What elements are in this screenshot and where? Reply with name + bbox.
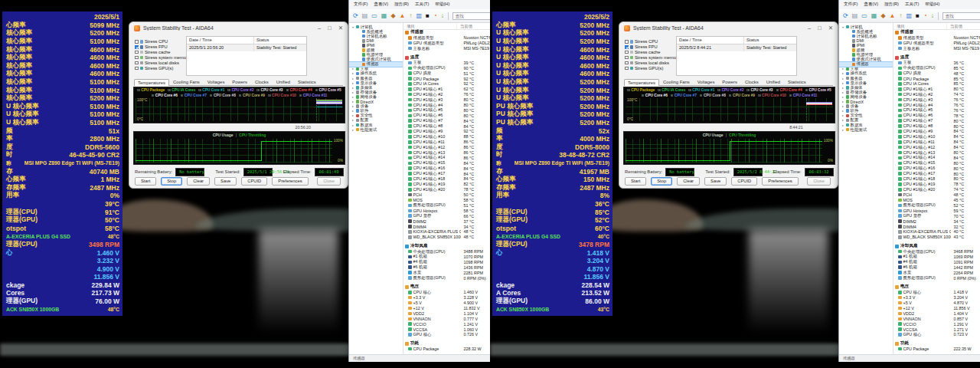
legend-item[interactable]: CPU Core #8: [210, 94, 236, 97]
sensor-row[interactable]: CPU #1/核心 #13 80 °C: [893, 150, 980, 156]
legend-checkbox[interactable]: [729, 94, 732, 97]
sensor-row[interactable]: CPU #1/核心 #5 80 °C: [403, 107, 490, 113]
button[interactable]: Stop: [161, 177, 182, 186]
sensor-row[interactable]: +3.3 V 3.228 V: [403, 295, 490, 301]
stress-checkbox-row[interactable]: Stress cache: [625, 50, 675, 55]
menu-item[interactable]: 报告(R): [394, 2, 409, 8]
sensor-row[interactable]: GPU 显存 66 °C: [403, 213, 490, 219]
legend-checkbox[interactable]: [299, 94, 302, 97]
column-status[interactable]: Status: [744, 37, 796, 44]
button[interactable]: Preferences: [272, 177, 308, 186]
checkbox[interactable]: [135, 40, 139, 44]
checkbox[interactable]: [135, 61, 139, 65]
sensor-row[interactable]: CPU Package 222.35 W: [893, 347, 980, 352]
button[interactable]: Clear: [677, 177, 700, 186]
legend-item[interactable]: CPU Core #6: [642, 94, 668, 97]
tree-expander-icon[interactable]: ▸: [841, 77, 844, 80]
sensor-row[interactable]: CPU #1/核心 #1 80 °C: [893, 87, 980, 92]
column-date-time[interactable]: Date / Time: [187, 37, 254, 44]
minimize-icon[interactable]: –: [318, 25, 321, 31]
sensor-row[interactable]: 水泵 2264 RPM: [893, 270, 980, 275]
sensor-row[interactable]: 中央处理器(CPU) 3468 RPM: [893, 249, 980, 255]
sensor-row[interactable]: CPU #1/核心 #10 84 °C: [893, 134, 980, 140]
chart-icon[interactable]: ▥: [906, 13, 912, 19]
button[interactable]: Close: [317, 177, 341, 186]
sensor-row[interactable]: VCCIO 1.241 V: [403, 321, 490, 327]
sensor-row[interactable]: CPU #1/核心 #5 76 °C: [893, 107, 980, 113]
sensor-row[interactable]: CPU #1/核心 #18 80 °C: [893, 176, 980, 182]
checkbox[interactable]: [625, 40, 629, 44]
sensor-row[interactable]: WD_BLACK SN850X 1000GB 48 °C: [403, 235, 490, 240]
tab[interactable]: Statistics: [784, 78, 810, 86]
sensor-row[interactable]: CPU #1/核心 #10 88 °C: [403, 134, 490, 140]
legend-checkbox[interactable]: [717, 89, 720, 92]
titlebar[interactable]: System Stability Test - AIDA64 – □ ✕: [129, 22, 348, 34]
legend-checkbox[interactable]: [256, 89, 260, 92]
sensor-row[interactable]: #4 机箱 1091 RPM: [893, 259, 980, 264]
button[interactable]: Start: [625, 177, 646, 186]
legend-checkbox[interactable]: [789, 94, 792, 97]
checkbox[interactable]: [135, 45, 139, 49]
tab[interactable]: Unified: [273, 78, 294, 86]
sensor-row[interactable]: CPU #1/核心 #7 80 °C: [893, 118, 980, 123]
sensor-row[interactable]: CPU #1/核心 #16 80 °C: [893, 166, 980, 171]
menu-item[interactable]: 帮助(H): [925, 2, 939, 8]
sensor-row[interactable]: VDD2 1.104 V: [403, 310, 490, 316]
sensor-row[interactable]: CPU #1/核心 #4 76 °C: [893, 103, 980, 108]
sensor-row[interactable]: #6 机箱 1436 RPM: [403, 264, 490, 270]
sensor-row[interactable]: CPU #1/核心 #17 80 °C: [893, 171, 980, 176]
tab[interactable]: Voltages: [204, 78, 229, 86]
sensor-row[interactable]: 中央处理器(CPU) 85 °C: [893, 65, 980, 71]
stress-checkbox-row[interactable]: Stress GPU(s): [135, 65, 185, 71]
tab[interactable]: Powers: [718, 78, 741, 86]
sensor-row[interactable]: CPU #1/核心 #8 80 °C: [893, 123, 980, 129]
tree-item[interactable]: ▸ 性能测试: [349, 127, 403, 132]
report-icon[interactable]: ▤: [852, 13, 858, 19]
benchmark-icon[interactable]: ◆: [390, 13, 395, 19]
tree-expander-icon[interactable]: ▸: [841, 67, 844, 71]
sensor-row[interactable]: GPU Hotspot 58 °C: [403, 208, 490, 213]
sensor-row[interactable]: 主板名称 MSI MS-7E19: [403, 46, 490, 51]
tree-expander-icon[interactable]: ▸: [841, 104, 844, 108]
sensor-row[interactable]: CPU #1/核心 #9 92 °C: [403, 129, 490, 134]
checkbox[interactable]: [625, 67, 629, 71]
legend-checkbox[interactable]: [688, 89, 691, 92]
tree-expander-icon[interactable]: ▸: [841, 81, 844, 85]
stability-test-icon[interactable]: ▲: [400, 13, 406, 19]
sensor-row[interactable]: DIMM4 34 °C: [403, 224, 490, 229]
tree-item[interactable]: ▸ 性能测试: [839, 127, 893, 132]
button[interactable]: CPUID: [241, 177, 267, 186]
stress-checkbox-row[interactable]: Stress local disks: [625, 61, 675, 66]
titlebar[interactable]: System Stability Test - AIDA64 – □ ✕: [619, 22, 838, 34]
legend-item[interactable]: CPU Core #10: [268, 94, 296, 97]
column-item[interactable]: 项目: [893, 24, 947, 29]
sensor-row[interactable]: CPU Package 228.32 W: [403, 347, 490, 352]
sensor-row[interactable]: CPU #1/核心 #4 80 °C: [403, 103, 490, 108]
button[interactable]: Preferences: [762, 177, 798, 186]
tree-expander-icon[interactable]: ▾: [351, 25, 354, 29]
legend-item[interactable]: CPU Core #11: [299, 94, 327, 97]
sensor-row[interactable]: CPU #1/核心 #20 74 °C: [893, 187, 980, 192]
sensor-row[interactable]: GPU 核心 0.726 V: [403, 332, 490, 337]
tree-expander-icon[interactable]: ▸: [841, 90, 844, 94]
tab[interactable]: Clocks: [741, 78, 763, 86]
sensor-row[interactable]: CPU #1/核心 #14 86 °C: [403, 155, 490, 160]
menu-item[interactable]: 查看(V): [864, 2, 878, 8]
sensor-row[interactable]: CPU #1/核心 #1 62 °C: [403, 87, 490, 92]
menu-item[interactable]: 帮助(H): [435, 2, 449, 8]
refresh-icon[interactable]: ⟳: [843, 13, 848, 19]
sensor-row[interactable]: 主板名称 MSI MS-7E19: [893, 46, 980, 51]
sensor-row[interactable]: CPU #1/核心 #12 86 °C: [403, 145, 490, 150]
legend-checkbox[interactable]: [642, 94, 645, 97]
sensor-row[interactable]: CPU #1/核心 #19 78 °C: [893, 182, 980, 187]
legend-item[interactable]: CPU Core #1: [688, 88, 714, 92]
sensor-row[interactable]: 图形处理器(GPU) 52 °C: [893, 203, 980, 209]
checkbox[interactable]: [625, 56, 629, 60]
sensor-row[interactable]: CPU #1/核心 #3 76 °C: [893, 97, 980, 103]
sensor-row[interactable]: VCCSA 1.060 V: [403, 327, 490, 332]
benchmark-icon[interactable]: ◆: [880, 13, 885, 19]
sensor-row[interactable]: CPU #1/核心 #3 80 °C: [403, 97, 490, 103]
legend-checkbox[interactable]: [152, 94, 155, 97]
sensor-row[interactable]: CPU #1/核心 #2 76 °C: [403, 92, 490, 97]
legend-checkbox[interactable]: [168, 89, 171, 92]
